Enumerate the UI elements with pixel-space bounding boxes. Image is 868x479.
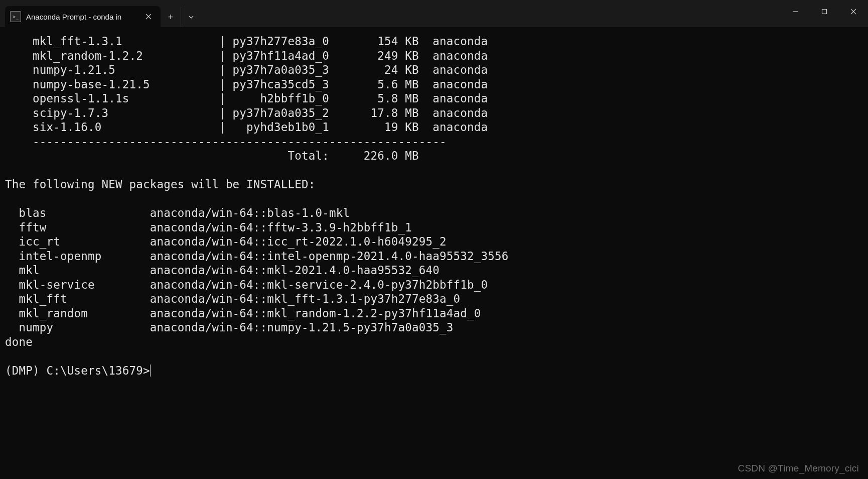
minimize-icon (792, 9, 798, 15)
text-cursor (150, 365, 151, 377)
title-bar: >_ Anaconda Prompt - conda in + (0, 0, 868, 27)
close-icon (146, 14, 152, 20)
tab-close-button[interactable] (141, 10, 156, 24)
terminal-output[interactable]: mkl_fft-1.3.1 | py37h277e83a_0 154 KB an… (0, 27, 868, 479)
terminal-icon: >_ (10, 11, 21, 22)
tab-title: Anaconda Prompt - conda in (26, 13, 141, 21)
minimize-button[interactable] (781, 0, 810, 23)
svg-rect-0 (822, 10, 827, 14)
maximize-icon (821, 9, 827, 15)
new-tab-button[interactable]: + (161, 7, 181, 27)
window-close-button[interactable] (839, 0, 868, 23)
watermark: CSDN @Time_Memory_cici (738, 463, 859, 474)
plus-icon: + (168, 12, 174, 23)
terminal-text: mkl_fft-1.3.1 | py37h277e83a_0 154 KB an… (5, 35, 508, 377)
window-controls (781, 0, 868, 23)
active-tab[interactable]: >_ Anaconda Prompt - conda in (5, 6, 161, 27)
chevron-down-icon (188, 14, 194, 20)
tab-dropdown-button[interactable] (181, 7, 201, 27)
maximize-button[interactable] (810, 0, 839, 23)
close-icon (850, 9, 856, 15)
